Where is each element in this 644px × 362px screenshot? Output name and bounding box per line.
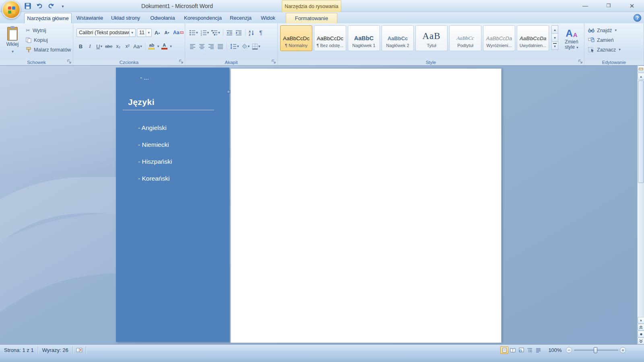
web-layout-view-button[interactable] <box>517 346 525 354</box>
textbox-top-item[interactable]: - ... <box>140 74 149 81</box>
ruler-toggle-button[interactable] <box>638 66 644 72</box>
sort-button[interactable]: AZ <box>248 28 256 37</box>
style-card-wyroznienie[interactable]: AaBbCcDa Wyróżnieni... <box>483 25 515 51</box>
font-name-combo[interactable]: Calibri (Tekst podstawowy) ▾ <box>76 29 136 37</box>
align-center-button[interactable] <box>198 42 206 51</box>
numbering-button[interactable]: 123 ▾ <box>200 28 210 37</box>
tab-references[interactable]: Odwołania <box>146 13 180 23</box>
font-color-button[interactable]: A <box>160 42 169 51</box>
change-styles-button[interactable]: A A Zmień style ▾ <box>560 25 583 60</box>
next-page-button[interactable] <box>638 337 644 344</box>
zoom-out-button[interactable]: − <box>566 347 572 353</box>
language-item[interactable]: - Angielski <box>138 119 172 136</box>
bullets-button[interactable]: ▾ <box>188 28 199 37</box>
tab-format-contextual[interactable]: Formatowanie <box>286 13 337 23</box>
style-card-naglowek-1[interactable]: AaBbC Nagłówek 1 <box>348 25 380 51</box>
language-item[interactable]: - Niemiecki <box>138 136 172 153</box>
vertical-scrollbar[interactable]: ▴ ▾ <box>637 66 644 344</box>
bold-button[interactable]: B <box>76 42 85 51</box>
proofing-status-button[interactable] <box>73 346 86 354</box>
tab-review[interactable]: Recenzja <box>226 13 255 23</box>
style-card-tytul[interactable]: AaB Tytuł <box>415 25 448 51</box>
paragraph-dialog-launcher[interactable] <box>271 59 277 64</box>
tab-home[interactable]: Narzędzia główne <box>24 13 72 23</box>
save-button[interactable] <box>23 2 32 10</box>
scrollbar-thumb[interactable] <box>638 80 644 183</box>
textbox-heading[interactable]: Języki <box>128 97 155 107</box>
redo-button[interactable] <box>47 2 56 10</box>
line-spacing-button[interactable]: ▾ <box>229 42 240 51</box>
style-card-naglowek-2[interactable]: AaBbCc Nagłówek 2 <box>382 25 414 51</box>
grow-font-button[interactable]: A▴ <box>153 28 161 37</box>
browse-dot-icon <box>640 333 643 336</box>
styles-dialog-launcher[interactable] <box>578 59 583 64</box>
style-card-bez-odstepow[interactable]: AaBbCcDc ¶ Bez odstę... <box>314 25 346 51</box>
styles-scroll-down-button[interactable]: ▾ <box>551 33 558 42</box>
languages-textbox[interactable]: - ... Języki - Angielski - Niemiecki - H… <box>116 68 229 342</box>
cut-button[interactable]: ✂ Wytnij <box>24 26 48 35</box>
highlight-color-button[interactable]: ab <box>147 42 156 51</box>
zoom-slider-thumb[interactable] <box>594 347 597 353</box>
font-dialog-launcher[interactable] <box>179 59 184 64</box>
tab-mailings[interactable]: Korespondencja <box>181 13 225 23</box>
clipboard-dialog-launcher[interactable] <box>67 59 72 64</box>
page-indicator[interactable]: Strona: 1 z 1 <box>0 346 38 354</box>
document-page[interactable] <box>230 68 502 343</box>
format-painter-button[interactable]: Malarz formatów <box>24 45 72 54</box>
tab-view[interactable]: Widok <box>257 13 279 23</box>
change-case-button[interactable]: Aa▾ <box>132 42 142 51</box>
undo-button[interactable] <box>35 2 44 10</box>
clear-formatting-button[interactable]: Aa <box>172 28 184 37</box>
word-count[interactable]: Wyrazy: 26 <box>38 346 73 354</box>
styles-scroll-up-button[interactable]: ▴ <box>551 25 558 34</box>
shrink-font-button[interactable]: A▾ <box>163 28 171 37</box>
subscript-button[interactable]: x₂ <box>114 42 122 51</box>
language-item[interactable]: - Koreański <box>138 170 172 187</box>
help-button[interactable]: ? <box>634 14 641 22</box>
justify-button[interactable] <box>216 42 225 51</box>
copy-button[interactable]: Kopiuj <box>24 35 50 45</box>
close-button[interactable]: ✕ <box>623 2 641 10</box>
find-button[interactable]: Znajdź ▾ <box>588 26 617 35</box>
select-button[interactable]: Zaznacz ▾ <box>588 45 621 54</box>
language-item[interactable]: - Hiszpański <box>138 153 172 170</box>
style-card-podtytul[interactable]: AaBbCc Podtytuł <box>449 25 481 51</box>
decrease-indent-button[interactable] <box>225 28 234 37</box>
replace-button[interactable]: Zamień <box>588 35 614 45</box>
select-browse-object-button[interactable] <box>638 331 644 337</box>
fullscreen-reading-view-button[interactable] <box>509 346 517 354</box>
align-left-button[interactable] <box>188 42 197 51</box>
zoom-level-button[interactable]: 100% <box>546 346 564 354</box>
superscript-button[interactable]: x² <box>123 42 132 51</box>
style-card-normalny[interactable]: AaBbCcDc ¶ Normalny <box>280 25 312 51</box>
style-card-uwydatnienie[interactable]: AaBbCcDa Uwydatnien... <box>517 25 549 51</box>
scroll-down-button[interactable]: ▾ <box>638 317 644 324</box>
strikethrough-button[interactable]: abe <box>104 42 113 51</box>
office-button[interactable] <box>2 0 21 19</box>
maximize-button[interactable]: ❐ <box>600 2 617 10</box>
tab-insert[interactable]: Wstawianie <box>74 13 105 23</box>
print-layout-view-button[interactable] <box>500 346 508 354</box>
minimize-button[interactable]: — <box>576 2 594 10</box>
multilevel-list-button[interactable]: ▾ <box>211 28 221 37</box>
caret-down-icon: ▾ <box>207 31 209 35</box>
paste-button[interactable]: Wklej ▾ <box>2 25 23 58</box>
tab-page-layout[interactable]: Układ strony <box>107 13 144 23</box>
align-right-button[interactable] <box>207 42 215 51</box>
outline-view-button[interactable] <box>526 346 534 354</box>
show-marks-button[interactable]: ¶ <box>257 28 265 37</box>
shading-button[interactable]: ▾ <box>241 42 251 51</box>
draft-view-button[interactable] <box>534 346 542 354</box>
underline-button[interactable]: U▾ <box>95 42 103 51</box>
borders-button[interactable]: ▾ <box>251 42 261 51</box>
zoom-in-button[interactable]: + <box>620 347 626 353</box>
decrease-indent-icon <box>226 30 233 36</box>
increase-indent-button[interactable] <box>235 28 243 37</box>
previous-page-button[interactable] <box>638 324 644 331</box>
font-size-combo[interactable]: 11 ▾ <box>137 29 152 37</box>
italic-button[interactable]: I <box>86 42 94 51</box>
scroll-up-button[interactable]: ▴ <box>638 73 644 80</box>
qat-customize-button[interactable]: ▾ <box>58 2 67 10</box>
styles-more-button[interactable]: ▾ <box>551 41 558 50</box>
textbox-selection-handle[interactable] <box>227 90 230 93</box>
